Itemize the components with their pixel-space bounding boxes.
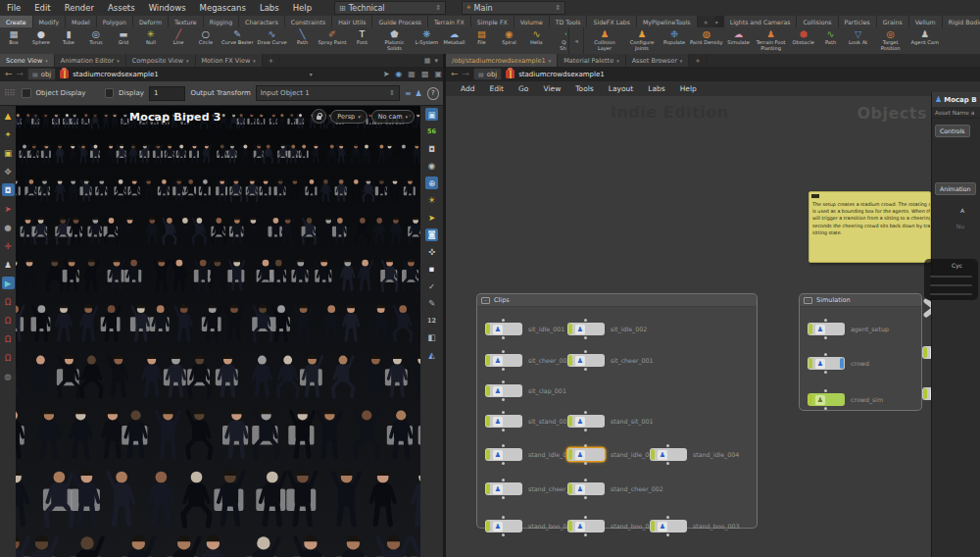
shelf-tool-box[interactable]: ▦Box — [0, 27, 27, 54]
shelf-tab-polygon[interactable]: Polygon — [97, 16, 133, 27]
shelf-tool-circle[interactable]: ○Circle — [192, 27, 220, 54]
shelf-tool-path[interactable]: ∿Path — [817, 27, 845, 54]
node-sit_cheer_002[interactable]: ♟sit_cheer_002 — [485, 354, 522, 367]
select-geometry-icon[interactable]: ▣ — [2, 146, 15, 159]
pane-tab-caret-icon[interactable]: ▾ — [186, 58, 189, 64]
menu-megascans[interactable]: Megascans — [193, 3, 253, 13]
menu-help[interactable]: Help — [286, 3, 318, 13]
node-sit_idle_002[interactable]: ♟sit_idle_002 — [567, 323, 605, 335]
node-stand_boo_003[interactable]: ♟stand_boo_003 — [650, 520, 687, 532]
pane-tab-motion-fx-view[interactable]: Motion FX View▾ — [196, 54, 263, 67]
shelf-tool-spray-paint[interactable]: ✐Spray Paint — [317, 27, 349, 54]
pin-icon[interactable]: ➤ — [383, 70, 390, 78]
node-stand_cheer_001[interactable]: ♟stand_cheer_001 — [485, 482, 522, 495]
shelf-tab-collisions[interactable]: Collisions — [797, 16, 838, 27]
net-menu-edit[interactable]: Edit — [483, 84, 512, 93]
sticky-note[interactable]: The setup creates a stadium crowd. The r… — [808, 191, 931, 263]
pane-tab-caret-icon[interactable]: ▾ — [117, 58, 120, 64]
shelf-tool-paint-density[interactable]: ◍Paint Density — [688, 27, 725, 54]
node-sit_clap_001[interactable]: ♟sit_clap_001 — [485, 384, 522, 397]
tab-animation[interactable]: Animation — [935, 182, 976, 195]
shelf-tool-platonic-solids[interactable]: ⬟Platonic Solids — [375, 27, 413, 54]
pane-menu-icon[interactable]: ▾ — [434, 57, 438, 65]
node-crowd_sim[interactable]: ♟crowd_sim — [808, 393, 845, 406]
tab-controls[interactable]: Controls — [935, 125, 970, 137]
pane-tab-scene-view[interactable]: Scene View▾ — [0, 54, 55, 67]
node-stand_cheer_002[interactable]: ♟stand_cheer_002 — [567, 482, 605, 495]
shelf-tool-curve-bezier[interactable]: ✎Curve Bezier — [220, 27, 256, 54]
shelf-tab-create[interactable]: Create — [0, 16, 33, 27]
shelf-tool-target-position[interactable]: ◎Target Position — [872, 27, 909, 54]
shelf-tab-model[interactable]: Model — [66, 16, 97, 27]
net-menu-view[interactable]: View — [536, 84, 567, 93]
display-checkbox[interactable] — [105, 88, 114, 98]
shelf-tab-particles[interactable]: Particles — [839, 16, 877, 27]
camera-select-button[interactable]: No cam ▾ — [371, 110, 415, 124]
translate-handle-icon[interactable]: ➤ — [2, 202, 15, 215]
pane-tab-caret-icon[interactable]: ▾ — [549, 58, 552, 64]
axis-icon[interactable]: ◭ — [425, 348, 438, 361]
shelf-tab-terrain-fx[interactable]: Terrain FX — [428, 16, 471, 27]
shelf-collapse-icon[interactable]: ◂ — [568, 27, 584, 54]
note-collapse-icon[interactable] — [811, 194, 819, 198]
stow-icon-1[interactable]: ▩ — [421, 70, 429, 78]
camera-view-icon[interactable]: ◙ — [425, 228, 438, 241]
menu-labs[interactable]: Labs — [253, 3, 286, 13]
netbox-collapse-icon[interactable]: – — [804, 297, 812, 304]
shelf-tab-lights-and-cameras[interactable]: Lights and Cameras — [724, 16, 798, 27]
pose-tool-icon[interactable]: ♟ — [2, 258, 15, 271]
node-crowd[interactable]: ♟crowd — [808, 357, 845, 370]
points-display-icon[interactable]: ▪ — [425, 263, 438, 276]
shelf-tab-rigid-bodies[interactable]: Rigid Bodies — [943, 16, 980, 27]
shelf-tool-path[interactable]: ╲Path — [289, 27, 317, 54]
netbox-clips[interactable]: – Clips ♟sit_idle_001♟sit_idle_002♟sit_c… — [476, 293, 758, 529]
snap-options-icon[interactable]: ◍ — [2, 370, 15, 382]
normals-display-icon[interactable]: ✓ — [425, 279, 438, 292]
node-stand_idle_004[interactable]: ♟stand_idle_004 — [650, 448, 687, 461]
shelf-tool-file[interactable]: ▤File — [467, 27, 495, 54]
view-layout-icon[interactable]: ▲ — [2, 109, 15, 122]
shelf-tool-quick-shapes[interactable]: ✤Quick Shapes — [550, 27, 566, 54]
net-menu-layout[interactable]: Layout — [602, 84, 641, 93]
help-button[interactable]: ? — [427, 87, 439, 100]
shelf-tool-tube[interactable]: ▮Tube — [55, 27, 82, 54]
pane-tab-asset-browser[interactable]: Asset Browser▾ — [626, 54, 690, 67]
network-canvas[interactable]: Indie Edition Objects The setup creates … — [446, 96, 980, 557]
node-stand_boo_002[interactable]: ♟stand_boo_002 — [567, 520, 605, 532]
world-space-icon[interactable]: ⊕ — [425, 177, 438, 189]
shelf-tab-simple-fx[interactable]: Simple FX — [471, 16, 514, 27]
pane-tab-caret-icon[interactable]: ▾ — [45, 58, 48, 64]
shelf-tool-terrain-foot-planting[interactable]: ♟Terrain Foot Planting — [753, 27, 790, 54]
shelf-tool-populate[interactable]: ❉Populate — [661, 27, 688, 54]
linked-pane-icon[interactable]: ▦ — [408, 70, 416, 78]
viewport-3d[interactable]: Mocap Biped 3 Persp ▾ No cam ▾ — [16, 106, 420, 557]
context-chip[interactable]: ▤ obj — [27, 68, 56, 80]
globe-icon[interactable]: ◉ — [395, 70, 402, 78]
projection-button[interactable]: Persp ▾ — [330, 110, 367, 124]
shelf-tab-td-tools[interactable]: TD Tools — [550, 16, 588, 27]
shelf-tab-sidefx-labs[interactable]: SideFX Labs — [587, 16, 637, 27]
shelf-tool-collision-layer[interactable]: ♟Collision Layer — [586, 27, 623, 54]
shelf-tool-sphere[interactable]: ●Sphere — [27, 27, 55, 54]
shelf-tool-metaball[interactable]: ☁Metaball — [440, 27, 467, 54]
net-menu-tools[interactable]: Tools — [568, 84, 600, 93]
shelf-tool-simulate[interactable]: ☁Simulate — [725, 27, 753, 54]
shelf-tool-draw-curve[interactable]: ∿Draw Curve — [256, 27, 289, 54]
menu-render[interactable]: Render — [58, 3, 101, 13]
net-menu-help[interactable]: Help — [673, 84, 704, 93]
shelf-tool-grid[interactable]: ▬Grid — [110, 27, 137, 54]
pane-tab-composite-view[interactable]: Composite View▾ — [126, 54, 196, 67]
net-context-chip[interactable]: ▤ obj — [473, 68, 502, 80]
shelf-tab-guide-process[interactable]: Guide Process — [372, 16, 428, 27]
shelf-tool-font[interactable]: TFont — [348, 27, 375, 54]
main-spinner-icon[interactable]: ⇕ — [555, 5, 561, 11]
shelf-tool-line[interactable]: ╱Line — [165, 27, 192, 54]
netbox-simulation[interactable]: – Simulation ♟agent_setup♟crowd♟crowd_si… — [799, 293, 922, 411]
menu-edit[interactable]: Edit — [27, 3, 57, 13]
stow-icon-2[interactable]: ▣ — [434, 70, 442, 78]
object-display-checkbox[interactable] — [22, 88, 30, 98]
net-menu-go[interactable]: Go — [512, 84, 535, 93]
display-value-field[interactable]: 1 — [149, 86, 186, 101]
shelf-tool-agent-cam[interactable]: ♟Agent Cam — [909, 27, 941, 54]
nav-forward-icon[interactable]: → — [17, 67, 24, 81]
